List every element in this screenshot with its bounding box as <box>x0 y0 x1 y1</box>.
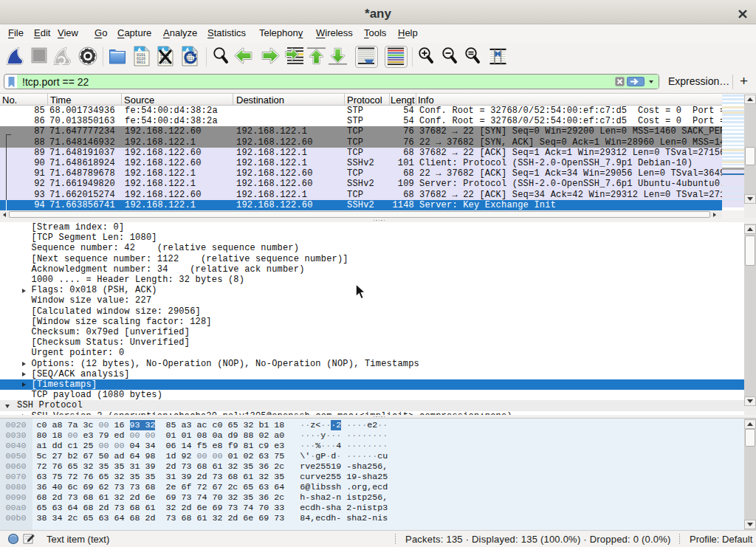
svg-text:0011: 0011 <box>137 61 145 65</box>
